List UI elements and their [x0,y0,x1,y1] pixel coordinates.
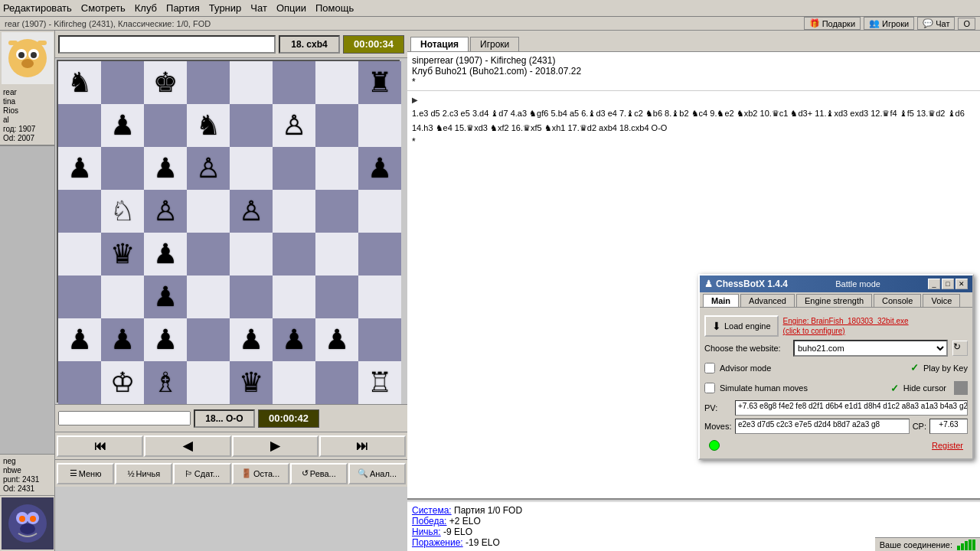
square-1-4[interactable] [230,104,273,147]
square-3-4[interactable]: ♙ [230,190,273,233]
square-1-0[interactable] [58,104,101,147]
square-0-4[interactable] [230,61,273,104]
square-7-3[interactable] [187,361,230,404]
square-4-2[interactable]: ♟ [144,233,187,276]
menu-tournament[interactable]: Турнир [209,2,241,14]
square-3-2[interactable]: ♙ [144,190,187,233]
square-7-7[interactable]: ♖ [358,361,401,404]
simulate-human-checkbox[interactable] [704,383,715,393]
square-6-6[interactable]: ♟ [315,318,358,361]
square-5-6[interactable] [315,276,358,318]
loss-link[interactable]: Поражение: [412,537,463,548]
advisor-mode-checkbox[interactable] [704,363,715,373]
analyze-button[interactable]: 🔍 Анал... [348,463,406,484]
bot-tab-voice[interactable]: Voice [923,294,960,307]
square-4-3[interactable] [187,233,230,276]
square-3-6[interactable] [315,190,358,233]
square-2-1[interactable] [101,147,144,190]
square-5-7[interactable] [358,276,401,318]
square-5-2[interactable]: ♟ [144,276,187,318]
square-3-0[interactable] [58,190,101,233]
engine-info-text[interactable]: Engine: BrainFish_180303_32bit.exe(click… [783,316,968,336]
square-1-1[interactable]: ♟ [101,104,144,147]
square-0-5[interactable] [273,61,315,104]
bot-tab-console[interactable]: Console [874,294,921,307]
square-4-7[interactable] [358,233,401,276]
square-1-5[interactable]: ♙ [273,104,315,147]
square-2-7[interactable]: ♟ [358,147,401,190]
square-2-0[interactable]: ♟ [58,147,101,190]
square-1-3[interactable]: ♞ [187,104,230,147]
square-7-1[interactable]: ♔ [101,361,144,404]
draw-link[interactable]: Ничья: [412,527,441,537]
square-4-0[interactable] [58,233,101,276]
website-select[interactable]: buho21.com [793,340,948,357]
square-5-3[interactable] [187,276,230,318]
square-1-7[interactable] [358,104,401,147]
restore-button[interactable]: □ [942,279,954,289]
last-move-button[interactable]: ⏭ [319,435,406,457]
square-0-1[interactable] [101,61,144,104]
more-button[interactable]: O [958,18,975,30]
square-4-6[interactable] [315,233,358,276]
square-4-4[interactable] [230,233,273,276]
square-6-3[interactable] [187,318,230,361]
square-1-2[interactable] [144,104,187,147]
menu-chat[interactable]: Чат [250,2,267,14]
square-2-6[interactable] [315,147,358,190]
square-6-5[interactable]: ♟ [273,318,315,361]
player-top-name[interactable]: sinperrear [58,35,276,54]
menu-view[interactable]: Смотреть [81,2,126,14]
player-bottom-name[interactable]: Kifircheg [58,411,191,425]
square-3-1[interactable]: ♘ [101,190,144,233]
chessboard[interactable]: ♞♚♜♟♞♙♟♟♙♟♘♙♙♛♟♟♟♟♟♟♟♟♔♗♛♖ [57,60,400,403]
square-2-4[interactable] [230,147,273,190]
win-link[interactable]: Победа: [412,516,446,527]
square-7-4[interactable]: ♛ [230,361,273,404]
square-5-5[interactable] [273,276,315,318]
leave-button[interactable]: 🚪 Оста... [232,463,289,484]
square-5-0[interactable] [58,276,101,318]
draw-button[interactable]: ½ Ничья [115,463,172,484]
next-move-button[interactable]: ▶ [232,435,318,457]
tab-players[interactable]: Игроки [470,37,519,51]
square-2-3[interactable]: ♙ [187,147,230,190]
website-refresh-button[interactable]: ↻ [952,341,968,356]
square-7-0[interactable] [58,361,101,404]
load-engine-button[interactable]: ⬇ Load engine [704,315,779,337]
minimize-button[interactable]: _ [928,279,940,289]
register-link[interactable]: Register [932,441,963,450]
square-0-2[interactable]: ♚ [144,61,187,104]
rematch-button[interactable]: ↺ Рева... [290,463,348,484]
square-5-1[interactable] [101,276,144,318]
system-link[interactable]: Система: [412,505,452,516]
square-3-7[interactable] [358,190,401,233]
square-7-5[interactable] [273,361,315,404]
square-7-6[interactable] [315,361,358,404]
menu-edit[interactable]: Редактировать [3,2,72,14]
square-3-3[interactable] [187,190,230,233]
square-0-7[interactable]: ♜ [358,61,401,104]
tab-notation[interactable]: Нотация [410,37,469,51]
close-button[interactable]: ✕ [956,279,968,289]
resign-button[interactable]: 🏳 Сдат... [173,463,230,484]
square-2-2[interactable]: ♟ [144,147,187,190]
square-6-0[interactable]: ♟ [58,318,101,361]
bot-tab-main[interactable]: Main [703,294,739,307]
square-4-5[interactable] [273,233,315,276]
gifts-button[interactable]: 🎁 Подарки [804,17,861,30]
menu-club[interactable]: Клуб [135,2,157,14]
players-button[interactable]: 👥 Игроки [864,17,914,30]
square-0-3[interactable] [187,61,230,104]
square-4-1[interactable]: ♛ [101,233,144,276]
menu-button[interactable]: ☰ Меню [57,463,114,484]
menu-help[interactable]: Помощь [315,2,354,14]
square-6-1[interactable]: ♟ [101,318,144,361]
square-6-4[interactable]: ♟ [230,318,273,361]
prev-move-button[interactable]: ◀ [144,435,230,457]
square-3-5[interactable] [273,190,315,233]
menu-options[interactable]: Опции [276,2,306,14]
square-6-7[interactable] [358,318,401,361]
bot-tab-advanced[interactable]: Advanced [740,294,795,307]
square-7-2[interactable]: ♗ [144,361,187,404]
